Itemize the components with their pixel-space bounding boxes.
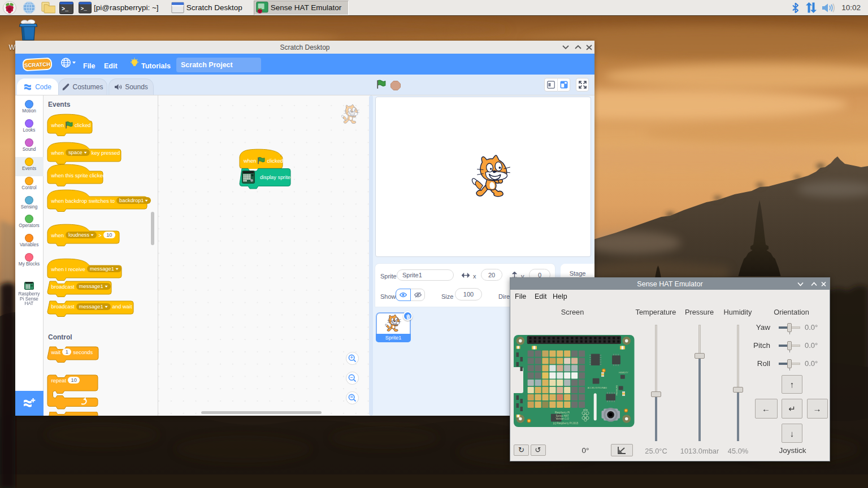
svg-text:ACCEL/GYRO/MAG: ACCEL/GYRO/MAG xyxy=(587,387,607,389)
svg-text:=: = xyxy=(350,394,353,400)
svg-text:>_: >_ xyxy=(81,6,88,12)
svg-text:Raspberry Pi: Raspberry Pi xyxy=(554,411,570,414)
svg-text:Version 1.0: Version 1.0 xyxy=(555,417,568,420)
svg-text:PRESSURE: PRESSURE xyxy=(616,385,618,395)
svg-text:HUMIDITY: HUMIDITY xyxy=(619,372,628,374)
svg-text:>_: >_ xyxy=(62,6,69,12)
svg-text:Sense HAT: Sense HAT xyxy=(555,415,568,417)
svg-text:−: − xyxy=(350,374,353,380)
svg-text:+: + xyxy=(350,355,353,360)
svg-text:(c) Raspberry Pi 2015: (c) Raspberry Pi 2015 xyxy=(553,422,578,425)
